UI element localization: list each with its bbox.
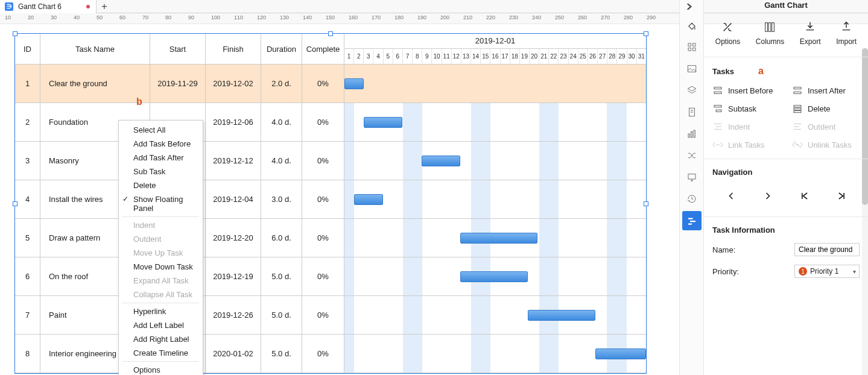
- resize-handle[interactable]: [13, 31, 17, 36]
- cell-complete[interactable]: 0%: [302, 296, 344, 334]
- col-header-complete[interactable]: Complete: [302, 34, 344, 64]
- cell-finish[interactable]: 2020-01-02: [206, 335, 261, 373]
- gantt-bar[interactable]: [422, 156, 460, 166]
- add-tab-button[interactable]: +: [97, 1, 112, 12]
- fill-style-icon[interactable]: [682, 16, 702, 35]
- table-row[interactable]: 2Foundation2019-12-064.0 d.0%: [15, 103, 646, 142]
- cell-complete[interactable]: 0%: [302, 142, 344, 180]
- cell-finish[interactable]: 2019-12-19: [206, 257, 261, 295]
- nav-left-button[interactable]: [721, 189, 741, 203]
- context-menu-item[interactable]: Sub Task: [119, 165, 203, 178]
- cell-id[interactable]: 7: [15, 296, 40, 334]
- unlink-tasks-button[interactable]: Unlink Tasks: [792, 139, 860, 150]
- cell-id[interactable]: 8: [15, 335, 40, 373]
- context-menu-item[interactable]: Hyperlink: [119, 304, 203, 318]
- cell-start[interactable]: 2019-11-29: [150, 65, 206, 102]
- cell-name[interactable]: Clear the ground: [40, 65, 150, 102]
- col-header-finish[interactable]: Finish: [206, 34, 261, 64]
- export-button[interactable]: Export: [800, 20, 821, 46]
- history-icon[interactable]: [682, 189, 702, 209]
- cell-duration[interactable]: 2.0 d.: [261, 65, 302, 102]
- cell-complete[interactable]: 0%: [302, 257, 344, 295]
- document-tab[interactable]: ∋ Gantt Chart 6: [0, 0, 97, 13]
- grid-icon[interactable]: [682, 37, 702, 57]
- cell-duration[interactable]: 4.0 d.: [261, 142, 302, 180]
- page-icon[interactable]: [682, 102, 702, 122]
- cell-finish[interactable]: 2019-12-02: [206, 65, 261, 102]
- delete-button[interactable]: Delete: [792, 103, 860, 114]
- gantt-bar[interactable]: [354, 194, 383, 205]
- chart-icon[interactable]: [682, 124, 702, 143]
- context-menu-item[interactable]: Show Floating Panel: [119, 192, 203, 215]
- cell-duration[interactable]: 5.0 d.: [261, 296, 302, 334]
- col-header-duration[interactable]: Duration: [261, 34, 302, 64]
- resize-handle[interactable]: [644, 31, 648, 36]
- cell-id[interactable]: 1: [15, 65, 40, 102]
- indent-button[interactable]: Indent: [712, 121, 780, 132]
- gantt-bar[interactable]: [595, 348, 646, 359]
- cell-id[interactable]: 3: [15, 142, 40, 180]
- cell-id[interactable]: 6: [15, 257, 40, 295]
- shuffle-icon[interactable]: [682, 146, 702, 165]
- cell-duration[interactable]: 6.0 d.: [261, 219, 302, 257]
- table-row[interactable]: 4Install the wires2019-12-043.0 d.0%: [15, 180, 646, 219]
- columns-button[interactable]: Columns: [756, 20, 784, 46]
- cell-complete[interactable]: 0%: [302, 219, 344, 257]
- context-menu-item[interactable]: Delete: [119, 178, 203, 192]
- gantt-bar[interactable]: [460, 271, 528, 282]
- insert-after-button[interactable]: Insert After: [792, 85, 860, 96]
- name-input[interactable]: [794, 243, 860, 256]
- col-header-start[interactable]: Start: [150, 34, 206, 64]
- context-menu-item[interactable]: Create Timeline: [119, 346, 203, 360]
- cell-finish[interactable]: 2019-12-26: [206, 296, 261, 334]
- collapse-panel-button[interactable]: [679, 0, 699, 13]
- cell-duration[interactable]: 3.0 d.: [261, 180, 302, 218]
- table-row[interactable]: 3Masonry2019-12-124.0 d.0%: [15, 142, 646, 180]
- gantt-bar[interactable]: [344, 78, 364, 89]
- resize-handle[interactable]: [328, 31, 333, 36]
- table-row[interactable]: 1Clear the ground2019-11-292019-12-022.0…: [15, 65, 646, 103]
- context-menu-item[interactable]: Add Right Label: [119, 332, 203, 346]
- context-menu-item[interactable]: Add Left Label: [119, 318, 203, 332]
- context-menu-item[interactable]: Add Task Before: [119, 137, 203, 151]
- link-tasks-button[interactable]: Link Tasks: [712, 139, 780, 150]
- gantt-bar[interactable]: [364, 117, 402, 128]
- gantt-bar[interactable]: [528, 310, 595, 321]
- cell-complete[interactable]: 0%: [302, 65, 344, 102]
- gantt-bar[interactable]: [460, 233, 537, 244]
- context-menu-item[interactable]: Select All: [119, 123, 203, 137]
- cell-id[interactable]: 5: [15, 219, 40, 257]
- cell-finish[interactable]: 2019-12-04: [206, 180, 261, 218]
- cell-id[interactable]: 4: [15, 180, 40, 218]
- insert-before-button[interactable]: Insert Before: [712, 85, 780, 96]
- resize-handle[interactable]: [13, 201, 17, 206]
- presentation-icon[interactable]: [682, 168, 702, 187]
- nav-right-button[interactable]: [758, 189, 778, 203]
- image-icon[interactable]: [682, 59, 702, 78]
- subtask-button[interactable]: Subtask: [712, 103, 780, 114]
- cell-finish[interactable]: 2019-12-06: [206, 103, 261, 141]
- cell-duration[interactable]: 4.0 d.: [261, 103, 302, 141]
- cell-complete[interactable]: 0%: [302, 335, 344, 373]
- nav-last-button[interactable]: [832, 189, 851, 203]
- priority-select[interactable]: 1 Priority 1: [794, 265, 860, 278]
- col-header-name[interactable]: Task Name: [40, 34, 150, 64]
- table-row[interactable]: 6On the roof2019-12-195.0 d.0%: [15, 257, 646, 296]
- cell-complete[interactable]: 0%: [302, 103, 344, 141]
- import-button[interactable]: Import: [836, 20, 857, 46]
- table-row[interactable]: 7Paint2019-12-265.0 d.0%: [15, 296, 646, 335]
- layers-icon[interactable]: [682, 81, 702, 100]
- cell-finish[interactable]: 2019-12-12: [206, 142, 261, 180]
- nav-first-button[interactable]: [795, 189, 814, 203]
- cell-finish[interactable]: 2019-12-20: [206, 219, 261, 257]
- outdent-button[interactable]: Outdent: [792, 121, 860, 132]
- options-button[interactable]: Options: [715, 20, 740, 46]
- context-menu-item[interactable]: Move Down Task: [119, 260, 203, 274]
- col-header-id[interactable]: ID: [15, 34, 40, 64]
- table-row[interactable]: 5Draw a pattern2019-12-206.0 d.0%: [15, 219, 646, 257]
- context-menu-item[interactable]: Options: [119, 363, 203, 375]
- cell-id[interactable]: 2: [15, 103, 40, 141]
- gantt-panel-icon[interactable]: [682, 211, 702, 230]
- gantt-chart[interactable]: ID Task Name Start Finish Duration Compl…: [14, 33, 647, 374]
- cell-complete[interactable]: 0%: [302, 180, 344, 218]
